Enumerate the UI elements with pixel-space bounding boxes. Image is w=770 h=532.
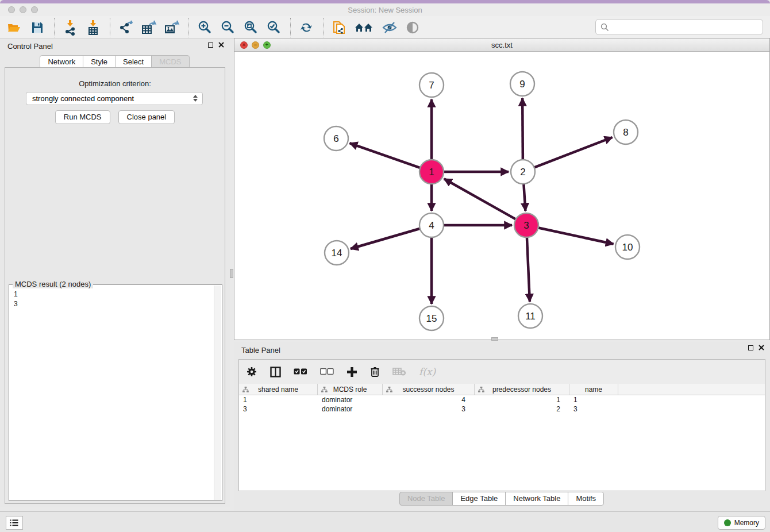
criterion-dropdown[interactable]: strongly connected component: [26, 92, 203, 105]
result-scrollbar[interactable]: [214, 286, 221, 500]
toolbar-separator: [323, 18, 324, 37]
hide-panels-button[interactable]: [381, 18, 398, 37]
tab-network-table[interactable]: Network Table: [505, 492, 568, 506]
graph-node-label-10: 10: [622, 242, 633, 253]
control-panel: Control Panel NetworkStyleSelectMCDS Opt…: [0, 39, 230, 507]
column-header-shared_name[interactable]: shared name: [239, 384, 318, 395]
table-panel: Table Panel: [234, 342, 770, 511]
criterion-value: strongly connected component: [32, 94, 134, 103]
cell-predecessor[interactable]: 1: [475, 395, 569, 404]
import-network-button[interactable]: [61, 18, 79, 37]
apply-layout-button[interactable]: [298, 18, 315, 37]
graph-edges: [350, 98, 614, 304]
toolbar-search[interactable]: [595, 19, 763, 35]
import-table-icon: [86, 20, 101, 36]
horizontal-splitter-handle[interactable]: [230, 269, 233, 278]
dropdown-stepper-icon: [193, 95, 198, 102]
show-panels-button[interactable]: [404, 18, 421, 37]
search-icon: [600, 23, 609, 32]
zoom-in-icon: [197, 20, 212, 35]
network-window-titlebar[interactable]: × − + scc.txt: [234, 38, 769, 52]
export-table-button[interactable]: [140, 18, 157, 37]
run-mcds-button[interactable]: Run MCDS: [55, 110, 110, 124]
close-panel-button[interactable]: Close panel: [118, 110, 175, 124]
delete-table-icon: [392, 367, 406, 376]
zoom-fit-button[interactable]: [242, 18, 259, 37]
cell-mcds_role[interactable]: dominator: [318, 404, 383, 414]
table-panel-title: Table Panel: [241, 346, 280, 354]
graph-node-label-3: 3: [523, 220, 529, 231]
vertical-splitter-handle[interactable]: [491, 337, 498, 341]
trash-icon: [370, 366, 380, 377]
network-canvas[interactable]: 7968124314101511: [234, 52, 769, 340]
graph-edge-3-10[interactable]: [537, 228, 614, 244]
table-tabs: Node TableEdge TableNetwork TableMotifs: [234, 492, 770, 506]
delete-column-button[interactable]: [370, 363, 380, 380]
open-session-button[interactable]: [6, 18, 23, 37]
zoom-out-button[interactable]: [219, 18, 236, 37]
zoom-selected-button[interactable]: [265, 18, 282, 37]
close-panel-icon[interactable]: [218, 42, 224, 48]
column-header-successor[interactable]: successor nodes: [383, 384, 475, 395]
close-table-panel-icon[interactable]: [759, 345, 764, 350]
export-network-button[interactable]: [117, 18, 134, 37]
import-table-button[interactable]: [84, 18, 102, 37]
cell-shared_name[interactable]: 3: [239, 404, 318, 414]
select-all-button[interactable]: [294, 363, 307, 380]
add-column-button[interactable]: [346, 363, 357, 380]
graph-edge-2-3[interactable]: [523, 182, 525, 211]
graph-edge-4-14[interactable]: [351, 228, 422, 249]
mcds-result-title: MCDS result (2 nodes): [13, 280, 93, 288]
toggle-column-view-button[interactable]: [270, 363, 281, 380]
apply-layout-icon: [299, 20, 314, 35]
export-image-button[interactable]: [163, 18, 180, 37]
tab-motifs[interactable]: Motifs: [568, 492, 604, 506]
column-header-label: predecessor nodes: [492, 385, 551, 394]
clone-network-icon: [332, 20, 346, 36]
graph-node-label-14: 14: [332, 248, 342, 259]
graph-edge-2-9[interactable]: [522, 98, 523, 161]
result-line: 3: [14, 299, 222, 309]
table-settings-button[interactable]: [246, 363, 257, 380]
table-row[interactable]: 3dominator323: [239, 404, 765, 414]
cell-mcds_role[interactable]: dominator: [318, 395, 383, 404]
cell-successor[interactable]: 4: [383, 395, 475, 404]
graph-edge-3-1[interactable]: [444, 179, 518, 220]
graph-edge-1-6[interactable]: [350, 143, 422, 168]
clone-network-button[interactable]: [330, 18, 348, 37]
show-panels-icon: [405, 20, 421, 35]
tab-edge-table[interactable]: Edge Table: [452, 492, 506, 506]
network-window-title: scc.txt: [234, 41, 769, 49]
table-row[interactable]: 1dominator411: [239, 395, 765, 404]
cell-predecessor[interactable]: 2: [475, 404, 569, 414]
column-header-name[interactable]: name: [569, 384, 618, 395]
table-body: 1dominator4113dominator323: [239, 395, 765, 414]
cell-name[interactable]: 3: [569, 404, 618, 414]
memory-status-icon: [724, 519, 731, 526]
tab-node-table[interactable]: Node Table: [399, 492, 453, 506]
search-input[interactable]: [613, 21, 763, 33]
cell-shared_name[interactable]: 1: [239, 395, 318, 404]
cell-name[interactable]: 1: [569, 395, 618, 404]
window-title: Session: New Session: [0, 6, 770, 14]
toolbar-separator: [290, 18, 291, 37]
list-icon: [10, 519, 19, 527]
home-button[interactable]: [353, 18, 375, 37]
graph-edge-2-8[interactable]: [533, 137, 613, 168]
graph-edge-3-11[interactable]: [527, 236, 530, 302]
memory-button[interactable]: Memory: [718, 516, 765, 530]
save-session-icon: [30, 21, 44, 34]
float-table-panel-icon[interactable]: [748, 345, 753, 350]
columns-icon: [270, 367, 281, 377]
save-session-button[interactable]: [29, 18, 46, 37]
cell-successor[interactable]: 3: [383, 404, 475, 414]
deselect-all-button[interactable]: [320, 363, 334, 380]
column-header-predecessor[interactable]: predecessor nodes: [475, 384, 569, 395]
float-panel-icon[interactable]: [208, 43, 213, 48]
column-header-mcds_role[interactable]: MCDS role: [318, 384, 383, 395]
attribute-type-icon: [386, 387, 392, 392]
task-history-button[interactable]: [6, 516, 23, 530]
column-header-label: successor nodes: [402, 385, 454, 394]
zoom-in-button[interactable]: [196, 18, 213, 37]
main-toolbar: [0, 16, 770, 39]
